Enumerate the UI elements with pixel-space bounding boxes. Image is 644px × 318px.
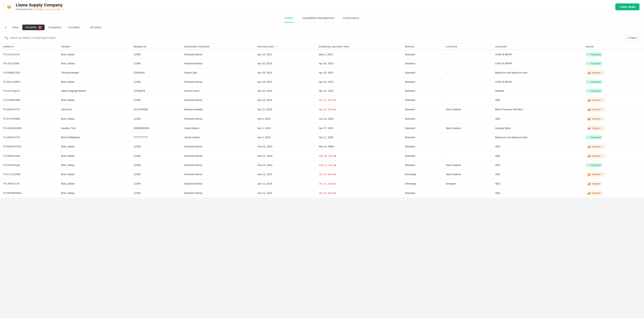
cell-status: 🚚 Shipped# (582, 170, 644, 179)
checkmark-icon: ✓ (587, 53, 590, 56)
cell-member-id: 87005467 (131, 68, 181, 78)
cell-member-id: 12345 (131, 142, 181, 151)
hash-icon[interactable]: # (602, 173, 604, 176)
cell-patient: Bob Loblaw (58, 59, 131, 68)
status-badge: ✓ Accepted (586, 61, 602, 66)
hash-icon[interactable]: # (602, 118, 604, 120)
cell-routing-date: Jan 11, 2023 (254, 179, 316, 188)
cell-category: AED (492, 179, 582, 188)
table-row[interactable]: TH-2LZVLK4GBob Loblaw12345Rasheed Akhtar… (0, 50, 644, 59)
hash-icon[interactable]: # (602, 108, 604, 111)
cell-status: 🚚 Shipped (582, 179, 644, 188)
col-member-id: MEMBER ID (131, 44, 181, 50)
cell-order-id: TH-8QS414TD (0, 105, 58, 114)
cell-category: Bathroom and Bedroom Aids (492, 133, 582, 142)
cell-order-id: TH-D9LLQNFH (0, 78, 58, 86)
checkmark-icon: ✓ (587, 136, 590, 139)
subtab-inbox[interactable]: Inbox (9, 25, 22, 30)
filters-button[interactable]: ≡ Filters (624, 35, 640, 41)
refresh-icon[interactable]: ↻ (4, 26, 7, 29)
tab-performance[interactable]: Performance (342, 14, 360, 22)
table-row[interactable]: TH-JX21X36BBob Loblaw12345Rasheed Akhtar… (0, 59, 644, 68)
truck-icon: 🚚 (588, 192, 590, 194)
cell-status: ✓ Accepted (582, 59, 644, 68)
cell-member-id: 12345 (131, 170, 181, 179)
col-patient: PATIENT (58, 44, 131, 50)
cell-order-id: TH-KJY4F6BW (0, 114, 58, 124)
status-badge: ✓ Accepted (586, 135, 602, 140)
cell-estimated-delivery-date: Apr 26, 2023 (316, 68, 402, 78)
cell-service: Standard (402, 105, 443, 114)
cell-service: Standard (402, 78, 443, 86)
cell-member-id: 12345 (131, 114, 181, 124)
hash-icon[interactable]: # (602, 71, 604, 74)
cell-category: AED (492, 188, 582, 198)
table-row[interactable]: TH-5B5G3H8HBob Loblaw12345Rasheed Akhtar… (0, 151, 644, 161)
hash-icon[interactable]: # (602, 98, 604, 102)
cell-patient: Bob Loblaw (58, 142, 131, 151)
tab-capabilities[interactable]: Capabilities Management (302, 14, 335, 22)
search-input[interactable] (10, 36, 622, 40)
table-row[interactable]: TH-W02XXT1FBerit Staffpatient7777777777S… (0, 133, 644, 142)
cell-estimated-delivery-date: Apr 11, 2025 (316, 133, 402, 142)
hash-icon[interactable]: # (602, 127, 604, 130)
cell-order-id: TH-W7MW58K0 (0, 188, 58, 198)
table-row[interactable]: TH-0TMFK89HBob Loblaw12345Rasheed Akhtar… (0, 96, 644, 105)
cell-service: Standard (402, 188, 443, 198)
cell-patient: Bob Loblaw (58, 96, 131, 105)
cell-status: 🚚 Shipped (582, 188, 644, 198)
subtab-cancelled[interactable]: Cancelled (65, 25, 82, 30)
table-row[interactable]: TH-2Y1J1GRMBob Loblaw12345Rasheed Akhtar… (0, 170, 644, 179)
table-row[interactable]: TH-W7MW58K0Bob Loblaw12345Rasheed Akhtar… (0, 188, 644, 198)
cell-patient: Bob Loblaw (58, 151, 131, 161)
table-row[interactable]: TH-D9LLQNFHBob Loblaw12345Rasheed Akhtar… (0, 78, 644, 86)
cell-service: Standard (402, 59, 443, 68)
hash-icon[interactable]: # (602, 154, 604, 157)
subtab-completed[interactable]: Completed (46, 25, 64, 30)
cell-order-id: TH-JKR01Y2F (0, 179, 58, 188)
subtab-all-orders[interactable]: All Orders (87, 25, 105, 30)
processing-time: Processing Time: 11.5 days · Below avera… (16, 8, 64, 11)
table-row[interactable]: TH-HLYGQ011Sijing StagingPatient21234567… (0, 86, 644, 96)
table-row[interactable]: TH-JKR01Y2FBob Loblaw12345Rasheed Akhtar… (0, 179, 644, 188)
truck-icon: 🚚 (588, 145, 590, 148)
cell-status: ✓ Accepted (582, 133, 644, 142)
cell-category: CPAP & BiPAP (492, 78, 582, 86)
cell-estimated-delivery-date: Feb 28, 2023 (316, 151, 402, 161)
subtab-accepted[interactable]: Accepted 2 (22, 24, 44, 30)
cell-location: New Zealand (443, 161, 492, 170)
hash-icon[interactable]: # (602, 145, 604, 148)
cell-location: — (443, 68, 492, 78)
truck-icon: 🚚 (588, 108, 590, 111)
status-badge: 🚚 Shipped (586, 191, 602, 196)
cell-routing-date: Apr 14, 2023 (254, 96, 316, 105)
truck-icon: 🚚 (588, 127, 590, 130)
table-row[interactable]: TH-V8HKBW9WHeather Test00000000000David … (0, 124, 644, 133)
orders-table: ORDER ID PATIENT MEMBER ID REFERRING PRO… (0, 44, 644, 198)
cell-estimated-delivery-date: Jun 23, 2029 (316, 114, 402, 124)
status-badge: ✓ Accepted (586, 80, 602, 84)
truck-icon: 🚚 (588, 71, 590, 74)
table-row[interactable]: TH-GP6Z0Q44Bob Loblaw12345Rasheed Akhtar… (0, 161, 644, 170)
cell-status: ✓ Accepted (582, 86, 644, 96)
table-row[interactable]: TH-BRBKC929Timothy Bergen87005467Rohan D… (0, 68, 644, 78)
cell-location: — (443, 96, 492, 105)
cell-member-id: 12345 (131, 188, 181, 198)
new-order-button[interactable]: + New Order (615, 4, 640, 10)
tab-orders[interactable]: Orders (284, 14, 294, 22)
status-badge: 🚚 Shipped# (586, 107, 606, 112)
cell-order-id: TH-V8HKBW9W (0, 124, 58, 133)
cell-order-id: TH-2LZVLK4G (0, 50, 58, 59)
table-row[interactable]: TH-M3DTKCM3Bob Loblaw12345Rasheed Akhtar… (0, 142, 644, 151)
cell-status: 🚚 Shipped# (582, 68, 644, 78)
cell-patient: Sijing StagingPatient2 (58, 86, 131, 96)
status-badge: 🚚 Shipped# (586, 98, 606, 102)
cell-service: Standard (402, 50, 443, 59)
table-row[interactable]: TH-8QS414TDJane Doe6712344580Mariana Abd… (0, 105, 644, 114)
status-badge: ✓ Accepted (586, 52, 602, 56)
table-row[interactable]: TH-KJY4F6BWBob Loblaw12345Rasheed Akhtar… (0, 114, 644, 124)
cell-order-id: TH-2Y1J1GRM (0, 170, 58, 179)
cell-referring-provider: Rasheed Akhtar (181, 188, 254, 198)
col-routing-date[interactable]: ROUTING DATE ▼ (254, 44, 316, 50)
status-badge: 🚚 Shipped# (586, 172, 606, 176)
